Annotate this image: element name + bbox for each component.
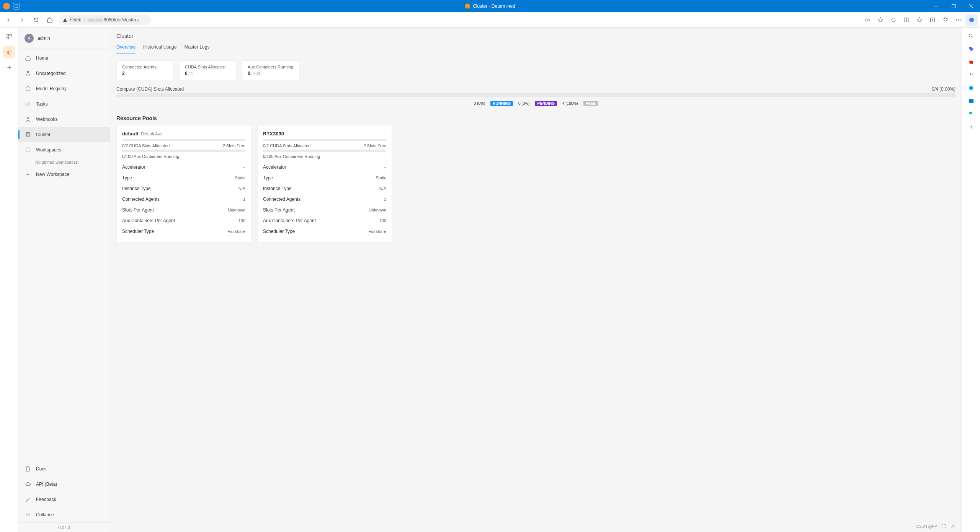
address-bar[interactable]: 不安全 | xxx.xxx:8080/det/clusters <box>59 15 151 25</box>
sidebar-item-label: Cluster <box>36 132 51 137</box>
sidebar-item-label: Collapse <box>36 512 54 517</box>
tag-icon[interactable] <box>967 45 975 53</box>
url-text: xxx.xxx:8080/det/clusters <box>87 17 139 23</box>
copilot-button[interactable] <box>965 14 978 26</box>
svg-rect-2 <box>952 5 956 8</box>
legend-free-chip: FREE <box>583 101 598 106</box>
workspaces-icon <box>24 146 31 153</box>
svg-rect-34 <box>969 99 973 102</box>
svg-line-30 <box>972 37 973 38</box>
pool-attr-label: Scheduler Type <box>263 229 295 234</box>
tab-overview[interactable]: Overview <box>116 44 136 54</box>
sidebar-item-workspaces[interactable]: Workspaces <box>18 142 110 158</box>
more-icon[interactable] <box>952 14 965 26</box>
sidebar-item-uncategorized[interactable]: Uncategorized <box>18 66 110 81</box>
new-tab-button[interactable] <box>3 61 15 73</box>
pool-attribute-row: Instance TypeN/A <box>122 183 245 194</box>
pool-attr-value: Unknown <box>369 208 386 212</box>
pool-subtitle: Default Aux <box>141 132 162 136</box>
sidebar-item-webhooks[interactable]: Webhooks <box>18 112 110 127</box>
people-icon[interactable] <box>967 71 975 79</box>
sidebar-item-label: Workspaces <box>36 147 61 153</box>
sidebar-item-cluster[interactable]: Cluster <box>18 127 110 142</box>
close-button[interactable] <box>962 0 980 12</box>
favorites-list-icon[interactable] <box>913 14 926 26</box>
pool-attr-value: Unknown <box>228 208 245 212</box>
active-tab-icon[interactable]: ◐ <box>3 46 15 58</box>
user-name: admin <box>38 36 50 41</box>
tasks-icon <box>24 101 31 107</box>
pool-slots-allocated: 0/2 CUDA Slots Allocated <box>263 143 310 148</box>
pool-attr-value: 100 <box>238 218 245 223</box>
pool-title: defaultDefault Aux <box>122 131 245 137</box>
sidebar-item-model-registry[interactable]: Model Registry <box>18 81 110 96</box>
no-pinned-label: No pinned workspaces <box>18 158 110 167</box>
legend-free-count: 4 (100%) <box>562 101 578 106</box>
pool-attr-label: Instance Type <box>122 186 151 191</box>
pool-attr-value: 100 <box>379 218 386 223</box>
svg-point-21 <box>28 120 30 121</box>
sidebar-item-api[interactable]: API (Beta) <box>18 477 110 492</box>
search-icon[interactable] <box>967 32 975 40</box>
sync-icon[interactable] <box>887 14 900 26</box>
collections-icon[interactable] <box>926 14 939 26</box>
minimize-button[interactable] <box>927 0 945 12</box>
pool-slots-free: 2 Slots Free <box>223 143 245 148</box>
forward-button[interactable] <box>16 14 28 26</box>
pool-attribute-row: Slots Per AgentUnknown <box>263 205 386 215</box>
tab-manager-icon[interactable] <box>3 31 15 43</box>
maximize-button[interactable] <box>945 0 962 12</box>
pool-attr-value: -- <box>384 165 386 169</box>
svg-rect-24 <box>27 133 29 136</box>
sidebar-item-collapse[interactable]: Collapse <box>18 507 110 522</box>
legend-pending-chip: PENDING <box>535 101 557 106</box>
copilot-icon[interactable] <box>13 3 20 10</box>
stat-label: CUDA Slots Allocated <box>185 65 231 69</box>
profile-icon[interactable] <box>3 3 10 10</box>
pool-attr-label: Type <box>263 175 273 181</box>
outlook-icon[interactable] <box>967 97 975 105</box>
pool-card[interactable]: defaultDefault Aux0/2 CUDA Slots Allocat… <box>116 125 251 242</box>
settings-icon[interactable] <box>950 524 956 529</box>
stat-value: 0 <box>248 71 250 76</box>
sidebar-item-home[interactable]: Home <box>18 50 110 66</box>
allocation-bar <box>116 93 956 97</box>
user-section[interactable]: A admin <box>18 28 110 49</box>
svg-point-33 <box>969 86 973 90</box>
extensions-icon[interactable] <box>939 14 952 26</box>
svg-point-13 <box>969 18 974 22</box>
split-icon[interactable] <box>900 14 913 26</box>
add-panel-icon[interactable] <box>967 123 975 131</box>
window-title: Cluster - Determined <box>473 3 515 9</box>
stat-label: Aux Containers Running <box>248 65 294 69</box>
pool-attr-label: Slots Per Agent <box>263 207 295 213</box>
back-button[interactable] <box>2 14 15 26</box>
pool-aux-running: 0/100 Aux Containers Running <box>122 154 179 159</box>
favorite-icon[interactable] <box>874 14 887 26</box>
sidebar-item-docs[interactable]: Docs <box>18 461 110 477</box>
svg-point-28 <box>952 525 954 527</box>
refresh-button[interactable] <box>30 14 42 26</box>
fullscreen-icon[interactable] <box>941 524 946 529</box>
flag-icon[interactable] <box>967 110 975 118</box>
security-warning: 不安全 <box>63 17 82 23</box>
pool-card[interactable]: RTX30900/2 CUDA Slots Allocated2 Slots F… <box>257 125 392 242</box>
pool-bar <box>263 150 386 152</box>
text-size-icon[interactable]: AA <box>861 14 874 26</box>
app-icon: 🟠 <box>465 3 470 9</box>
tab-historical-usage[interactable]: Historical Usage <box>143 44 176 54</box>
collapse-icon <box>24 511 31 518</box>
pool-title: RTX3090 <box>263 131 386 137</box>
sidebar-item-feedback[interactable]: Feedback <box>18 492 110 507</box>
window-titlebar: 🟠 Cluster - Determined <box>0 0 980 12</box>
sidebar-item-new-workspace[interactable]: New Workspace <box>18 167 110 182</box>
gear-icon[interactable] <box>967 84 975 92</box>
sidebar-item-tasks[interactable]: Tasks <box>18 96 110 112</box>
tab-master-logs[interactable]: Master Logs <box>184 44 209 54</box>
home-button[interactable] <box>44 14 56 26</box>
legend-running-chip: RUNNING <box>490 101 513 106</box>
sidebar-item-label: Docs <box>36 466 46 472</box>
shopping-icon[interactable] <box>967 58 975 66</box>
sidebar-item-label: Home <box>36 55 48 61</box>
pool-aux-running: 0/100 Aux Containers Running <box>263 154 320 159</box>
